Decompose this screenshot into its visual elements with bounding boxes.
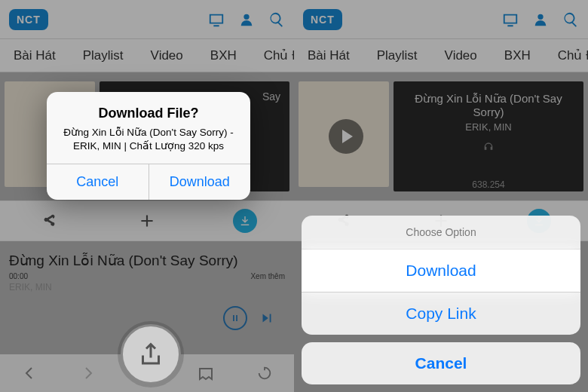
sheet-title: Choose Option (302, 216, 580, 250)
download-alert: Download File? Đừng Xin Lỗi Nữa (Don't S… (47, 92, 250, 200)
action-sheet: Choose Option Download Copy Link Cancel (302, 216, 580, 392)
alert-title: Download File? (59, 106, 238, 121)
alert-download-button[interactable]: Download (149, 164, 251, 200)
sheet-option-copylink[interactable]: Copy Link (302, 292, 580, 335)
share-button-highlight[interactable] (121, 324, 181, 384)
sheet-cancel-button[interactable]: Cancel (302, 342, 580, 384)
sheet-option-download[interactable]: Download (302, 250, 580, 292)
alert-message: Đừng Xin Lỗi Nữa (Don't Say Sorry) - ERI… (59, 126, 238, 153)
alert-cancel-button[interactable]: Cancel (47, 164, 149, 200)
